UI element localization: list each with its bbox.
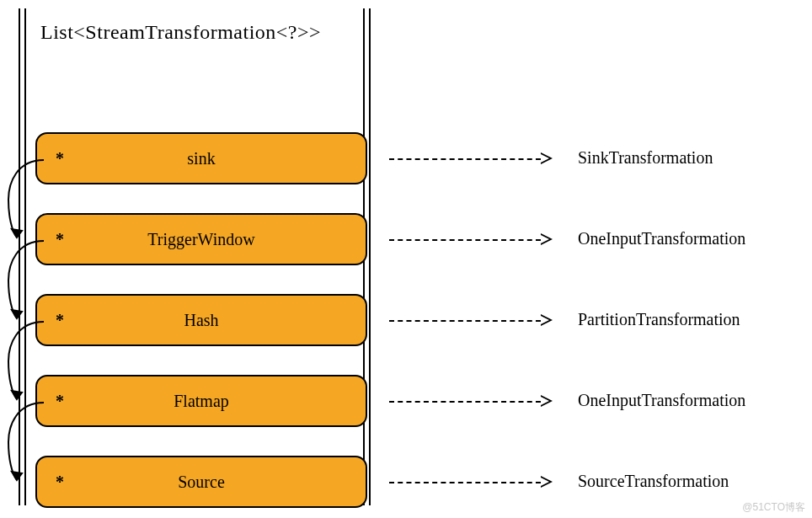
- dashed-arrow: [389, 239, 541, 241]
- list-item: * Hash: [35, 294, 367, 346]
- type-label: OneInputTransformation: [578, 391, 745, 410]
- pointer-arrow-icon: [0, 315, 51, 408]
- pointer-star: *: [56, 230, 64, 249]
- dashed-arrow: [389, 320, 541, 322]
- dashed-arrow: [389, 401, 541, 403]
- list-item: * TriggerWindow: [35, 213, 367, 265]
- arrow-head-icon: [541, 476, 553, 488]
- dashed-arrow: [389, 158, 541, 160]
- item-label: Source: [37, 473, 366, 492]
- type-label: SinkTransformation: [578, 148, 713, 168]
- pointer-star: *: [56, 149, 64, 168]
- item-label: TriggerWindow: [37, 230, 366, 249]
- arrow-head-icon: [541, 233, 553, 245]
- type-label: OneInputTransformation: [578, 229, 745, 248]
- pointer-arrow-icon: [0, 153, 51, 246]
- arrow-head-icon: [541, 152, 553, 164]
- item-label: Hash: [37, 311, 366, 330]
- type-label: SourceTransformation: [578, 472, 729, 491]
- arrow-head-icon: [541, 314, 553, 326]
- pointer-star: *: [56, 473, 64, 492]
- item-label: sink: [37, 149, 366, 168]
- dashed-arrow: [389, 482, 541, 483]
- list-item: * Source: [35, 456, 367, 508]
- type-label: PartitionTransformation: [578, 310, 740, 329]
- list-item: * Flatmap: [35, 375, 367, 427]
- list-header: List<StreamTransformation<?>>: [35, 21, 354, 44]
- watermark: @51CTO博客: [742, 500, 805, 515]
- pointer-star: *: [56, 311, 64, 330]
- pointer-star: *: [56, 392, 64, 411]
- item-label: Flatmap: [37, 392, 366, 411]
- pointer-arrow-icon: [0, 234, 51, 327]
- list-item: * sink: [35, 132, 367, 184]
- pointer-arrow-icon: [0, 396, 51, 489]
- arrow-head-icon: [541, 395, 553, 407]
